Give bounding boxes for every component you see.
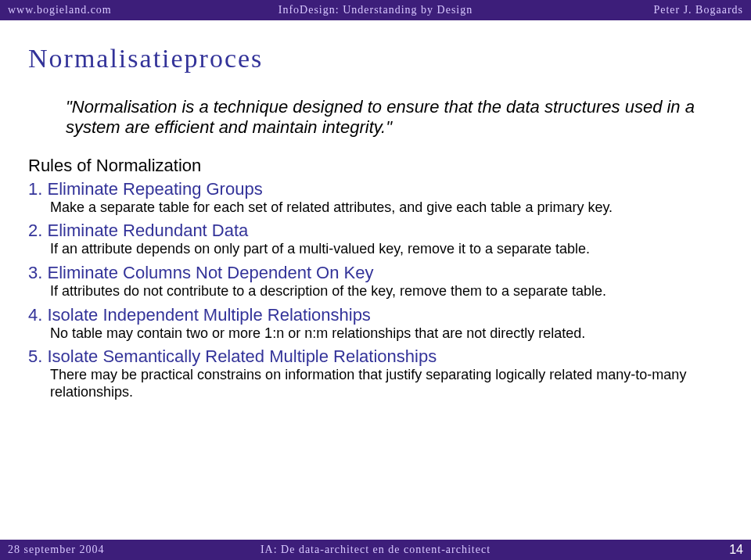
rule-desc: If an attribute depends on only part of … xyxy=(50,241,723,258)
rule-title: Eliminate Repeating Groups xyxy=(47,179,262,199)
rule-desc: If attributes do not contribute to a des… xyxy=(50,283,723,300)
rule-desc: There may be practical constrains on inf… xyxy=(50,367,723,400)
page-number: 14 xyxy=(729,543,743,557)
rule-3: 3. Eliminate Columns Not Dependent On Ke… xyxy=(28,263,723,300)
header-right: Peter J. Bogaards xyxy=(653,4,743,16)
quote-text: "Normalisation is a technique designed t… xyxy=(66,97,707,138)
rule-title: Isolate Semantically Related Multiple Re… xyxy=(47,346,437,366)
rule-number: 5. xyxy=(28,346,42,366)
rule-number: 4. xyxy=(28,305,42,325)
rule-1: 1. Eliminate Repeating Groups Make a sep… xyxy=(28,179,723,217)
page-title: Normalisatieproces xyxy=(28,44,723,74)
content-area: Normalisatieproces "Normalisation is a t… xyxy=(0,20,751,436)
rule-desc: No table may contain two or more 1:n or … xyxy=(50,325,723,343)
rule-title: Eliminate Redundant Data xyxy=(47,221,248,240)
header-left: www.bogieland.com xyxy=(8,4,112,16)
rule-title: Isolate Independent Multiple Relationshi… xyxy=(47,305,370,325)
rule-number: 3. xyxy=(28,263,42,282)
rule-4: 4. Isolate Independent Multiple Relation… xyxy=(28,305,723,343)
rule-2: 2. Eliminate Redundant Data If an attrib… xyxy=(28,221,723,258)
header-bar: www.bogieland.com InfoDesign: Understand… xyxy=(0,0,751,20)
rule-5: 5. Isolate Semantically Related Multiple… xyxy=(28,346,723,400)
rule-number: 2. xyxy=(28,221,42,240)
slide: www.bogieland.com InfoDesign: Understand… xyxy=(0,0,751,560)
rule-number: 1. xyxy=(28,179,42,199)
header-center: InfoDesign: Understanding by Design xyxy=(0,4,751,16)
footer-center: IA: De data-architect en de content-arch… xyxy=(0,544,751,556)
rules-subhead: Rules of Normalization xyxy=(28,156,723,176)
rule-desc: Make a separate table for each set of re… xyxy=(50,199,723,217)
footer-left: 28 september 2004 xyxy=(8,544,105,556)
rule-title: Eliminate Columns Not Dependent On Key xyxy=(47,263,373,282)
footer-bar: 28 september 2004 IA: De data-architect … xyxy=(0,540,751,560)
